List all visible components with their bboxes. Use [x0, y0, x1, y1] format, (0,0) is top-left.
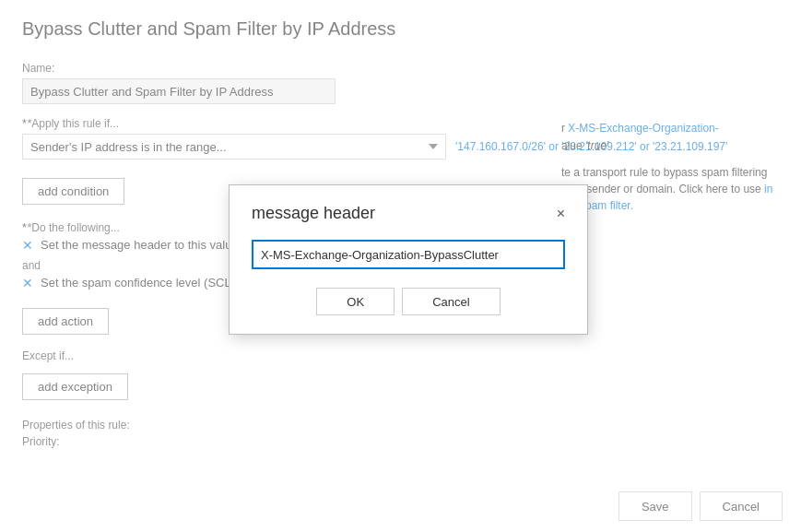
modal-title: message header: [252, 204, 375, 223]
modal-input[interactable]: [252, 240, 565, 269]
modal-buttons: OK Cancel: [252, 288, 565, 315]
modal-cancel-button[interactable]: Cancel: [402, 288, 500, 315]
modal-close-button[interactable]: ×: [557, 207, 565, 221]
modal-ok-button[interactable]: OK: [316, 288, 395, 315]
modal-header: message header ×: [252, 204, 565, 223]
modal-dialog: message header × OK Cancel: [229, 184, 588, 335]
